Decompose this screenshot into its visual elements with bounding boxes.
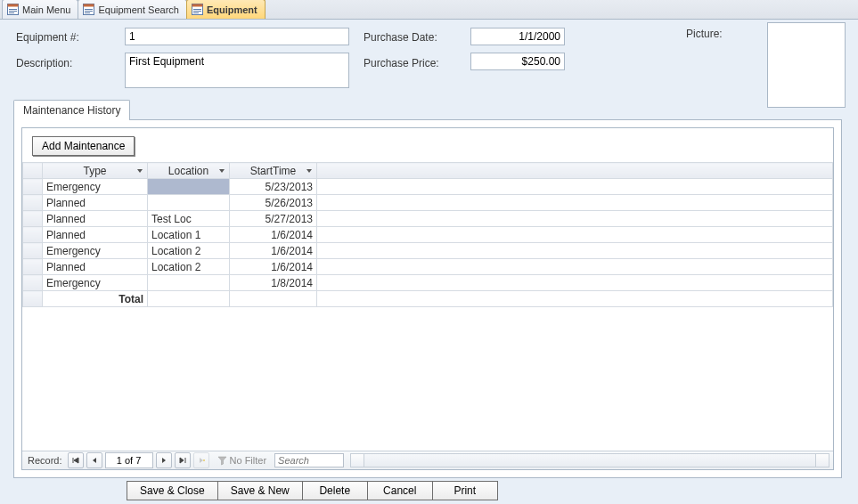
form-icon <box>192 4 203 15</box>
cell-blank <box>317 275 833 291</box>
save-close-button[interactable]: Save & Close <box>127 481 218 500</box>
table-row[interactable]: EmergencyLocation 21/6/2014 <box>23 243 833 259</box>
row-selector[interactable] <box>23 275 43 291</box>
record-position-input[interactable] <box>105 452 153 468</box>
description-input[interactable] <box>125 53 349 88</box>
cell-location[interactable]: Location 2 <box>148 259 230 275</box>
cell-blank <box>317 179 833 195</box>
cell-starttime[interactable]: 5/23/2013 <box>230 179 317 195</box>
nav-new-button[interactable] <box>193 452 209 468</box>
equipment-number-input[interactable] <box>125 28 349 45</box>
column-header-type[interactable]: Type <box>43 163 148 179</box>
tab-label: Equipment Search <box>98 4 179 15</box>
cell-starttime[interactable]: 1/6/2014 <box>230 243 317 259</box>
cell-starttime[interactable]: 5/26/2013 <box>230 195 317 211</box>
svg-rect-13 <box>193 11 201 12</box>
svg-rect-3 <box>9 11 17 12</box>
row-selector[interactable] <box>23 259 43 275</box>
table-row[interactable]: Emergency1/8/2014 <box>23 275 833 291</box>
cell-starttime[interactable]: 1/8/2014 <box>230 275 317 291</box>
search-input[interactable] <box>274 453 344 467</box>
tab-label: Main Menu <box>22 4 70 15</box>
cell-type[interactable]: Planned <box>43 195 148 211</box>
subform-body: Add Maintenance Type Location StartTime … <box>13 119 842 478</box>
tab-main-menu[interactable]: Main Menu <box>2 0 78 19</box>
svg-rect-2 <box>9 9 17 10</box>
svg-rect-4 <box>9 12 14 13</box>
cell-starttime[interactable]: 1/6/2014 <box>230 259 317 275</box>
svg-rect-7 <box>85 9 93 10</box>
row-selector[interactable] <box>23 227 43 243</box>
tab-label: Equipment <box>207 4 257 15</box>
cell-starttime[interactable]: 5/27/2013 <box>230 211 317 227</box>
row-selector[interactable] <box>23 195 43 211</box>
table-row[interactable]: PlannedLocation 11/6/2014 <box>23 227 833 243</box>
equipment-number-label: Equipment #: <box>16 31 79 44</box>
row-selector-header[interactable] <box>23 163 43 179</box>
cell-type[interactable]: Planned <box>43 211 148 227</box>
form-icon <box>83 4 94 15</box>
cell-location[interactable]: Location 2 <box>148 243 230 259</box>
tab-equipment[interactable]: Equipment <box>186 0 266 19</box>
svg-rect-12 <box>193 9 201 10</box>
cell-blank <box>317 259 833 275</box>
cell-location[interactable]: Test Loc <box>148 211 230 227</box>
row-selector[interactable] <box>23 243 43 259</box>
dropdown-icon <box>306 167 313 175</box>
maintenance-datasheet: Type Location StartTime Emergency5/23/20… <box>22 162 833 451</box>
cell-type[interactable]: Emergency <box>43 243 148 259</box>
subform-tab-maintenance-history[interactable]: Maintenance History <box>13 100 130 120</box>
print-button[interactable]: Print <box>432 481 498 500</box>
row-selector <box>23 291 43 307</box>
dropdown-icon <box>136 167 143 175</box>
row-selector[interactable] <box>23 211 43 227</box>
add-maintenance-button[interactable]: Add Maintenance <box>32 136 135 156</box>
tab-equipment-search[interactable]: Equipment Search <box>78 0 187 19</box>
cell-blank <box>230 291 317 307</box>
cell-type[interactable]: Emergency <box>43 179 148 195</box>
cell-location[interactable]: Location 1 <box>148 227 230 243</box>
column-header-location[interactable]: Location <box>148 163 230 179</box>
table-row[interactable]: Emergency5/23/2013 <box>23 179 833 195</box>
nav-prev-button[interactable] <box>86 452 102 468</box>
action-bar: Save & Close Save & New Delete Cancel Pr… <box>127 481 497 500</box>
purchase-date-input[interactable] <box>470 28 565 45</box>
column-header-starttime[interactable]: StartTime <box>230 163 317 179</box>
row-selector[interactable] <box>23 179 43 195</box>
total-label: Total <box>43 291 148 307</box>
cancel-button[interactable]: Cancel <box>367 481 433 500</box>
cell-type[interactable]: Emergency <box>43 275 148 291</box>
column-label: Type <box>83 165 106 177</box>
cell-type[interactable]: Planned <box>43 227 148 243</box>
cell-blank <box>317 195 833 211</box>
dropdown-icon <box>218 167 225 175</box>
cell-location[interactable] <box>148 195 230 211</box>
cell-starttime[interactable]: 1/6/2014 <box>230 227 317 243</box>
cell-location[interactable] <box>148 179 230 195</box>
delete-button[interactable]: Delete <box>302 481 368 500</box>
column-header-blank <box>317 163 833 179</box>
svg-rect-6 <box>84 4 94 7</box>
table-row[interactable]: Planned5/26/2013 <box>23 195 833 211</box>
column-label: Location <box>168 165 208 177</box>
table-row[interactable]: PlannedLocation 21/6/2014 <box>23 259 833 275</box>
cell-blank <box>317 211 833 227</box>
save-new-button[interactable]: Save & New <box>217 481 303 500</box>
column-label: StartTime <box>250 165 297 177</box>
document-tabstrip: Main Menu Equipment Search Equipment <box>0 0 858 20</box>
purchase-price-input[interactable] <box>470 53 565 70</box>
nav-last-button[interactable] <box>175 452 191 468</box>
svg-rect-8 <box>85 11 93 12</box>
svg-rect-1 <box>8 4 19 7</box>
record-navigator: Record: No Filter <box>22 451 833 469</box>
filter-indicator[interactable]: No Filter <box>217 455 267 466</box>
filter-icon <box>217 456 227 466</box>
horizontal-scrollbar[interactable] <box>350 453 829 467</box>
nav-first-button[interactable] <box>68 452 84 468</box>
record-label: Record: <box>28 455 62 466</box>
cell-type[interactable]: Planned <box>43 259 148 275</box>
nav-next-button[interactable] <box>156 452 172 468</box>
cell-location[interactable] <box>148 275 230 291</box>
table-row[interactable]: PlannedTest Loc5/27/2013 <box>23 211 833 227</box>
picture-box[interactable] <box>767 22 846 108</box>
